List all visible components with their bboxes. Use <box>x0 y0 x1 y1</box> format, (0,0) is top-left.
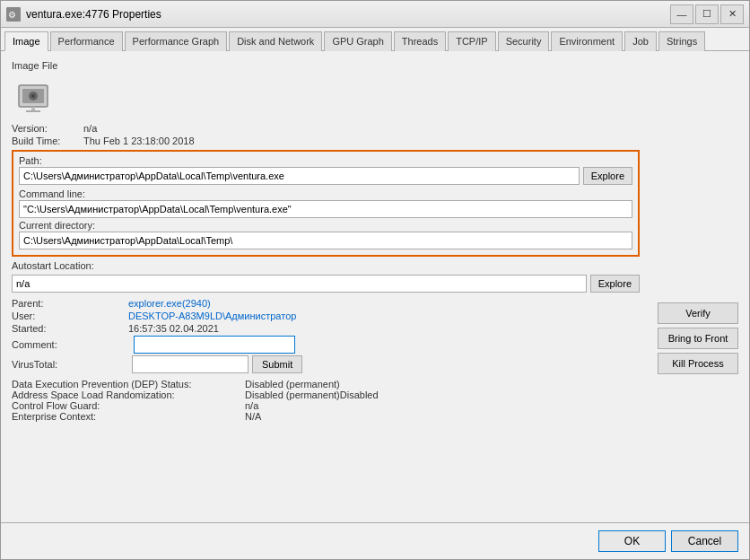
section-image-file: Image File <box>12 60 640 71</box>
props-grid: Parent: explorer.exe(2940) User: DESKTOP… <box>12 298 640 334</box>
tab-tcpip[interactable]: TCP/IP <box>448 31 495 51</box>
tab-performance[interactable]: Performance <box>50 31 123 51</box>
build-time-row: Build Time: Thu Feb 1 23:18:00 2018 <box>12 136 640 146</box>
user-row: User: DESKTOP-A83M9LD\Администратор <box>12 311 640 321</box>
dep-label: Data Execution Prevention (DEP) Status: <box>12 379 245 389</box>
dep-row: Data Execution Prevention (DEP) Status: … <box>12 379 640 389</box>
autostart-label: Autostart Location: <box>12 260 640 271</box>
ok-button[interactable]: OK <box>598 530 666 552</box>
security-info: Data Execution Prevention (DEP) Status: … <box>12 379 640 422</box>
parent-row: Parent: explorer.exe(2940) <box>12 298 640 309</box>
main-content: Image File Version: n/a Build Time: <box>1 51 749 522</box>
build-time-value: Thu Feb 1 23:18:00 2018 <box>83 136 195 146</box>
version-value: n/a <box>83 123 97 134</box>
path-label: Path: <box>19 155 632 166</box>
ec-row: Enterprise Context: N/A <box>12 411 640 422</box>
started-label: Started: <box>12 323 128 334</box>
ec-value: N/A <box>245 411 261 422</box>
user-label: User: <box>12 311 128 321</box>
dep-value: Disabled (permanent) <box>245 379 340 389</box>
tab-security[interactable]: Security <box>498 31 550 51</box>
user-value: DESKTOP-A83M9LD\Администратор <box>128 311 296 321</box>
comment-label: Comment: <box>12 339 128 350</box>
aslr-value: Disabled (permanent)Disabled <box>245 389 379 400</box>
kill-process-button[interactable]: Kill Process <box>658 353 738 374</box>
verify-button[interactable]: Verify <box>658 302 738 324</box>
bring-to-front-button[interactable]: Bring to Front <box>658 328 738 349</box>
parent-label: Parent: <box>12 298 128 309</box>
explore-button-1[interactable]: Explore <box>583 167 632 185</box>
close-button[interactable]: ✕ <box>720 4 744 24</box>
tab-threads[interactable]: Threads <box>394 31 446 51</box>
tab-environment[interactable]: Environment <box>551 31 623 51</box>
explore-button-2[interactable]: Explore <box>590 275 640 293</box>
parent-value: explorer.exe(2940) <box>128 298 211 309</box>
virustotal-label: VirusTotal: <box>12 359 128 370</box>
tab-disk-and-network[interactable]: Disk and Network <box>229 31 322 51</box>
window-title: ventura.exe:4776 Properties <box>26 8 670 21</box>
cfg-row: Control Flow Guard: n/a <box>12 400 640 411</box>
submit-button[interactable]: Submit <box>252 355 302 373</box>
aslr-row: Address Space Load Randomization: Disabl… <box>12 389 640 400</box>
path-row: Explore <box>19 167 632 185</box>
right-buttons: Verify Bring to Front Kill Process <box>658 302 738 374</box>
tab-job[interactable]: Job <box>624 31 657 51</box>
autostart-row: Explore <box>12 275 640 293</box>
maximize-button[interactable]: ☐ <box>695 4 719 24</box>
comment-input[interactable] <box>134 336 295 354</box>
cfg-label: Control Flow Guard: <box>12 400 245 411</box>
comment-row: Comment: <box>12 336 640 354</box>
svg-point-5 <box>31 94 35 98</box>
footer: OK Cancel <box>1 522 749 559</box>
aslr-label: Address Space Load Randomization: <box>12 389 245 400</box>
title-bar: ⚙ ventura.exe:4776 Properties — ☐ ✕ <box>1 1 749 28</box>
version-label: Version: <box>12 123 83 134</box>
cfg-value: n/a <box>245 400 258 411</box>
tab-performance-graph[interactable]: Performance Graph <box>125 31 228 51</box>
tab-strings[interactable]: Strings <box>658 31 705 51</box>
ec-label: Enterprise Context: <box>12 411 245 422</box>
window-controls: — ☐ ✕ <box>670 4 744 24</box>
virustotal-input[interactable] <box>132 355 249 373</box>
tab-gpu-graph[interactable]: GPU Graph <box>324 31 391 51</box>
svg-rect-6 <box>31 107 35 110</box>
minimize-button[interactable]: — <box>670 4 693 24</box>
path-input[interactable] <box>19 167 580 185</box>
window-icon: ⚙ <box>6 7 21 22</box>
build-time-label: Build Time: <box>12 136 83 146</box>
tab-image[interactable]: Image <box>4 31 48 51</box>
process-icon <box>15 78 51 114</box>
main-window: ⚙ ventura.exe:4776 Properties — ☐ ✕ Imag… <box>0 0 750 560</box>
svg-text:⚙: ⚙ <box>8 10 16 20</box>
virustotal-row: VirusTotal: Submit <box>12 355 640 373</box>
tabs-bar: Image Performance Performance Graph Disk… <box>1 28 749 51</box>
process-icon-container <box>12 74 55 118</box>
started-row: Started: 16:57:35 02.04.2021 <box>12 323 640 334</box>
curdir-input[interactable] <box>19 232 632 249</box>
cancel-button[interactable]: Cancel <box>671 530 738 552</box>
started-value: 16:57:35 02.04.2021 <box>128 323 219 334</box>
svg-rect-7 <box>26 110 40 112</box>
cmdline-label: Command line: <box>19 188 632 199</box>
autostart-input[interactable] <box>12 275 587 293</box>
version-row: Version: n/a <box>12 123 640 134</box>
path-section: Path: Explore Command line: Current dire… <box>12 150 640 257</box>
left-content: Image File Version: n/a Build Time: <box>12 60 738 513</box>
cmdline-input[interactable] <box>19 200 632 218</box>
curdir-label: Current directory: <box>19 220 632 231</box>
